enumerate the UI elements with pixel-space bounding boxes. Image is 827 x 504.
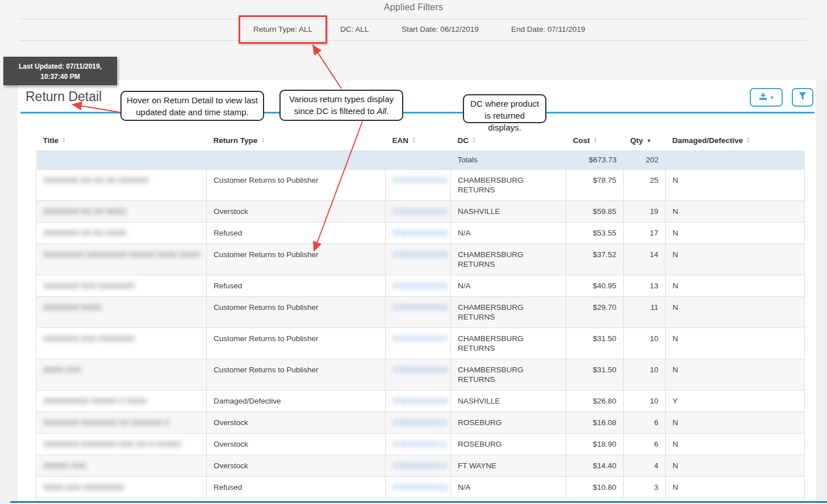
cell-ean: 9780000000001 (386, 170, 451, 201)
cell-return-type: Overstock (207, 455, 386, 477)
cell-dc: NASHVILLE (451, 201, 566, 222)
cell-qty: 10 (624, 390, 666, 412)
filter-button[interactable] (792, 88, 813, 107)
cell-return-type: Customer Returns to Publisher (207, 359, 386, 390)
ean-link-redacted[interactable]: 9780000000013 (392, 482, 448, 492)
cell-dc: N/A (451, 222, 566, 244)
title-text-redacted: XXXXX XXX (43, 461, 86, 471)
cell-dc: N/A (451, 275, 566, 297)
cell-dc: CHAMBERSBURG RETURNS (451, 328, 566, 359)
title-text-redacted: XXXXXXX XXX XXXXXXX (43, 334, 135, 343)
cell-damaged-defective: N (666, 477, 805, 498)
cell-return-type: Customer Returns to Publisher (207, 170, 386, 201)
column-header-dc[interactable]: DC▲▼ (451, 131, 566, 150)
filter-end-date: End Date: 07/11/2019 (511, 25, 585, 33)
table-row: XXXXXXX XX XX XXXXRefused9780000000003N/… (36, 222, 805, 244)
cell-title: XXXXXXXX XXXXXXXX XXXXX XXXX XXXX (36, 244, 207, 275)
table-body: XXXXXXX XX XX XX XXXXXXCustomer Returns … (36, 170, 805, 498)
title-text-redacted: XXXXXXXXX XXXXX X XXXX (43, 396, 147, 406)
cell-qty: 4 (624, 455, 666, 477)
ean-link-redacted[interactable]: 9780000000009 (392, 396, 448, 406)
cell-cost: $31.50 (566, 328, 624, 359)
cell-ean: 9780000000004 (386, 244, 451, 275)
cell-qty: 10 (624, 359, 666, 390)
callout-hover-line2: updated date and time stamp. (125, 106, 260, 118)
column-header-ean[interactable]: EAN▲▼ (386, 131, 451, 150)
column-header-qty[interactable]: Qty▼ (624, 131, 666, 150)
ean-link-redacted[interactable]: 9780000000010 (392, 418, 448, 427)
last-updated-tooltip: Last Updated: 07/11/2019, 10:37:40 PM (3, 57, 117, 85)
callout-dc-line2: is returned displays. (467, 110, 542, 133)
ean-link-redacted[interactable]: 9780000000006 (392, 303, 448, 312)
title-text-redacted: XXXXXXX XXXXXXX XXX XX X XXXXX (43, 439, 182, 449)
column-header-return-type[interactable]: Return Type▲▼ (207, 131, 386, 150)
totals-qty: 202 (624, 150, 666, 170)
ean-link-redacted[interactable]: 9780000000003 (392, 228, 448, 238)
callout-hover-line1: Hover on Return Detail to view last (125, 94, 260, 106)
cell-return-type: Refused (207, 275, 386, 297)
cell-cost: $29.70 (566, 297, 624, 328)
arrow-to-page-title (73, 104, 120, 112)
applied-filters-heading: Applied Filters (0, 2, 827, 12)
ean-link-redacted[interactable]: 9780000000002 (392, 207, 448, 216)
cell-damaged-defective: N (666, 297, 805, 328)
page-title: Return Detail (26, 89, 102, 104)
cell-ean: 9780000000010 (386, 412, 451, 434)
cell-cost: $31.50 (566, 359, 624, 390)
ean-link-redacted[interactable]: 9780000000011 (392, 439, 448, 449)
cell-qty: 25 (624, 170, 666, 201)
totals-row: Totals $673.73 202 (36, 150, 805, 170)
cell-qty: 14 (624, 244, 666, 275)
cell-title: XXXXXXX XXXX (36, 297, 207, 328)
ean-link-redacted[interactable]: 9780000000005 (392, 281, 448, 291)
ean-link-redacted[interactable]: 9780000000012 (392, 461, 448, 471)
cell-dc: ROSEBURG (451, 434, 566, 455)
sort-desc-icon: ▼ (646, 138, 651, 144)
title-text-redacted: XXXXXXX XX XX XXXX (43, 228, 126, 238)
ean-link-redacted[interactable]: 9780000000008 (392, 365, 448, 375)
column-label: Cost (573, 136, 590, 145)
title-text-redacted: XXXXXXX XXXX (43, 303, 102, 312)
sort-icon: ▲▼ (472, 137, 476, 144)
ean-link-redacted[interactable]: 9780000000004 (392, 250, 448, 259)
cell-damaged-defective: N (666, 275, 805, 297)
cell-damaged-defective: N (666, 170, 805, 201)
cell-cost: $59.85 (566, 201, 624, 222)
table-row: XXXXXXX XX XX XX XXXXXXCustomer Returns … (36, 170, 805, 201)
column-header-cost[interactable]: Cost▲▼ (566, 131, 624, 150)
return-detail-table: Title▲▼Return Type▲▼EAN▲▼DC▲▼Cost▲▼Qty▼D… (36, 131, 805, 498)
cell-qty: 13 (624, 275, 666, 297)
title-text-redacted: XXXXXXX XXX XXXXXXX (43, 281, 135, 291)
cell-dc: FT WAYNE (451, 455, 566, 477)
ean-link-redacted[interactable]: 9780000000007 (392, 334, 448, 343)
divider-bottom (20, 40, 807, 41)
divider-top (20, 19, 807, 19)
ean-link-redacted[interactable]: 9780000000001 (392, 175, 448, 185)
cell-qty: 19 (624, 201, 666, 222)
table-row: XXXXXXX XXXXXXX XX XXXXXX XOverstock9780… (36, 412, 805, 434)
table-header-row: Title▲▼Return Type▲▼EAN▲▼DC▲▼Cost▲▼Qty▼D… (36, 131, 805, 150)
column-header-title[interactable]: Title▲▼ (36, 131, 207, 150)
cell-return-type: Overstock (207, 412, 386, 434)
cell-damaged-defective: N (666, 222, 805, 244)
column-label: Damaged/Defective (673, 136, 744, 145)
cell-title: XXXXXXX XXX XXXXXXX (36, 275, 207, 297)
cell-title: XXXXX XXX (36, 455, 207, 477)
last-updated-line1: Last Updated: 07/11/2019, (4, 61, 116, 72)
table-row: XXXX XXX XXXXXXXXRefused9780000000013N/A… (36, 477, 805, 498)
sort-icon: ▲▼ (746, 137, 750, 144)
export-download-button[interactable]: ▾ (750, 88, 783, 107)
bottom-scroll-bar[interactable] (10, 501, 827, 503)
cell-return-type: Overstock (207, 201, 386, 222)
sort-icon: ▲▼ (412, 137, 416, 144)
cell-qty: 17 (624, 222, 666, 244)
sort-icon: ▲▼ (62, 137, 66, 144)
cell-return-type: Refused (207, 477, 386, 498)
totals-label: Totals (451, 150, 566, 170)
cell-ean: 9780000000007 (386, 328, 451, 359)
filter-funnel-icon (799, 92, 807, 103)
column-header-damaged-defective[interactable]: Damaged/Defective▲▼ (666, 131, 805, 150)
cell-damaged-defective: N (666, 455, 805, 477)
cell-ean: 9780000000005 (386, 275, 451, 297)
sort-icon: ▲▼ (261, 137, 265, 144)
